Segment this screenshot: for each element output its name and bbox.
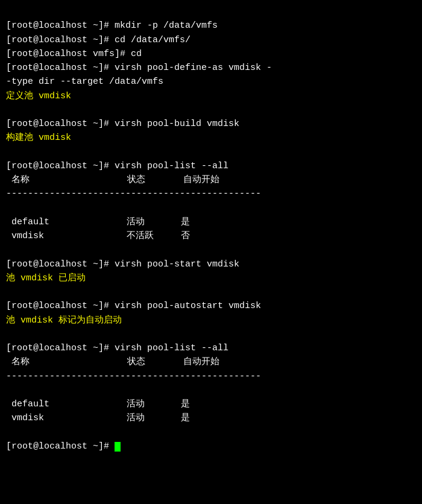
terminal-line: ----------------------------------------…: [6, 187, 416, 201]
terminal-line: [root@localhost ~]# virsh pool-list --al…: [6, 159, 416, 173]
terminal-line: [6, 327, 416, 341]
terminal-line: [6, 426, 416, 439]
terminal-line: [root@localhost ~]# virsh pool-define-as…: [6, 61, 416, 75]
terminal-line: 构建池 vmdisk: [6, 131, 416, 145]
terminal-line: 池 vmdisk 标记为自动启动: [6, 313, 416, 327]
terminal-line: [6, 243, 416, 257]
terminal-line: 定义池 vmdisk: [6, 89, 416, 103]
terminal-line: 名称 状态 自动开始: [6, 173, 416, 187]
terminal-line: [6, 103, 416, 117]
terminal-line: vmdisk活动是: [6, 411, 416, 425]
terminal-line: [6, 383, 416, 397]
terminal-line: [root@localhost ~]# virsh pool-build vmd…: [6, 117, 416, 131]
terminal-line: [root@localhost ~]# virsh pool-autostart…: [6, 299, 416, 313]
terminal-line: [6, 285, 416, 299]
terminal-line: 名称 状态 自动开始: [6, 355, 416, 369]
terminal-line: [root@localhost ~]# virsh pool-list --al…: [6, 341, 416, 355]
terminal-line: [root@localhost ~]# mkdir -p /data/vmfs: [6, 19, 416, 33]
terminal-cursor: [115, 442, 121, 452]
terminal-line: [6, 145, 416, 159]
terminal-window: [root@localhost ~]# mkdir -p /data/vmfs[…: [0, 0, 422, 504]
terminal-line: default活动是: [6, 215, 416, 229]
terminal-line: [root@localhost ~]# virsh pool-start vmd…: [6, 257, 416, 271]
terminal-line: vmdisk不活跃否: [6, 229, 416, 243]
terminal-line: [root@localhost vmfs]# cd: [6, 47, 416, 61]
terminal-line: [root@localhost ~]# cd /data/vmfs/: [6, 33, 416, 47]
terminal-line: ----------------------------------------…: [6, 370, 416, 383]
terminal-line: -type dir --target /data/vmfs: [6, 75, 416, 89]
terminal-line: [root@localhost ~]#: [6, 439, 416, 453]
terminal-line: 池 vmdisk 已启动: [6, 271, 416, 285]
terminal-line: default活动是: [6, 397, 416, 411]
terminal-line: [6, 201, 416, 215]
